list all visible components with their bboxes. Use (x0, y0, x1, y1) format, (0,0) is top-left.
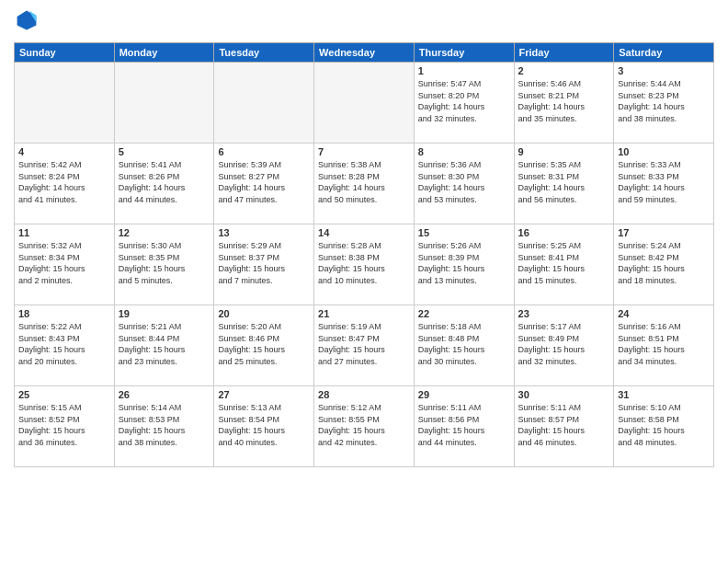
calendar-col-header: Saturday (614, 43, 714, 63)
day-number: 27 (218, 389, 310, 400)
calendar-cell: 31Sunrise: 5:10 AM Sunset: 8:58 PM Dayli… (614, 386, 714, 467)
calendar-cell: 21Sunrise: 5:19 AM Sunset: 8:47 PM Dayli… (314, 305, 415, 386)
calendar-cell: 12Sunrise: 5:30 AM Sunset: 8:35 PM Dayli… (114, 224, 214, 305)
logo-icon (16, 9, 38, 31)
day-number: 2 (518, 65, 610, 76)
day-number: 12 (119, 227, 210, 238)
calendar-week-row: 1Sunrise: 5:47 AM Sunset: 8:20 PM Daylig… (15, 63, 714, 144)
day-number: 25 (18, 389, 110, 400)
day-info: Sunrise: 5:30 AM Sunset: 8:35 PM Dayligh… (119, 240, 210, 286)
calendar-cell: 22Sunrise: 5:18 AM Sunset: 8:48 PM Dayli… (414, 305, 514, 386)
day-info: Sunrise: 5:14 AM Sunset: 8:53 PM Dayligh… (119, 402, 210, 448)
day-number: 4 (18, 146, 110, 157)
day-number: 22 (418, 308, 510, 319)
logo (14, 9, 38, 35)
calendar-cell (15, 63, 115, 144)
calendar-cell: 29Sunrise: 5:11 AM Sunset: 8:56 PM Dayli… (414, 386, 514, 467)
day-info: Sunrise: 5:46 AM Sunset: 8:21 PM Dayligh… (518, 78, 610, 124)
calendar-col-header: Tuesday (214, 43, 314, 63)
calendar-cell: 27Sunrise: 5:13 AM Sunset: 8:54 PM Dayli… (214, 386, 314, 467)
calendar-week-row: 18Sunrise: 5:22 AM Sunset: 8:43 PM Dayli… (15, 305, 714, 386)
day-info: Sunrise: 5:35 AM Sunset: 8:31 PM Dayligh… (518, 159, 610, 205)
calendar-week-row: 11Sunrise: 5:32 AM Sunset: 8:34 PM Dayli… (15, 224, 714, 305)
calendar-cell: 17Sunrise: 5:24 AM Sunset: 8:42 PM Dayli… (614, 224, 714, 305)
calendar-cell: 8Sunrise: 5:36 AM Sunset: 8:30 PM Daylig… (414, 144, 514, 224)
calendar-header-row: SundayMondayTuesdayWednesdayThursdayFrid… (15, 43, 714, 63)
day-info: Sunrise: 5:29 AM Sunset: 8:37 PM Dayligh… (218, 240, 310, 286)
day-number: 30 (518, 389, 610, 400)
day-info: Sunrise: 5:24 AM Sunset: 8:42 PM Dayligh… (618, 240, 710, 286)
calendar-cell: 26Sunrise: 5:14 AM Sunset: 8:53 PM Dayli… (114, 386, 214, 467)
day-number: 20 (218, 308, 310, 319)
day-number: 3 (618, 65, 710, 76)
day-number: 10 (618, 146, 710, 157)
calendar-cell: 15Sunrise: 5:26 AM Sunset: 8:39 PM Dayli… (414, 224, 514, 305)
day-info: Sunrise: 5:11 AM Sunset: 8:56 PM Dayligh… (418, 402, 510, 448)
calendar-cell: 10Sunrise: 5:33 AM Sunset: 8:33 PM Dayli… (614, 144, 714, 224)
calendar-cell (314, 63, 415, 144)
calendar-cell: 5Sunrise: 5:41 AM Sunset: 8:26 PM Daylig… (114, 144, 214, 224)
day-info: Sunrise: 5:16 AM Sunset: 8:51 PM Dayligh… (618, 321, 710, 367)
day-number: 24 (618, 308, 710, 319)
calendar-cell: 7Sunrise: 5:38 AM Sunset: 8:28 PM Daylig… (314, 144, 415, 224)
calendar-cell: 28Sunrise: 5:12 AM Sunset: 8:55 PM Dayli… (314, 386, 415, 467)
calendar-cell (114, 63, 214, 144)
day-info: Sunrise: 5:22 AM Sunset: 8:43 PM Dayligh… (18, 321, 110, 367)
day-number: 19 (119, 308, 210, 319)
day-info: Sunrise: 5:36 AM Sunset: 8:30 PM Dayligh… (418, 159, 510, 205)
calendar-col-header: Thursday (414, 43, 514, 63)
calendar-cell: 4Sunrise: 5:42 AM Sunset: 8:24 PM Daylig… (15, 144, 115, 224)
day-info: Sunrise: 5:41 AM Sunset: 8:26 PM Dayligh… (119, 159, 210, 205)
calendar-cell: 19Sunrise: 5:21 AM Sunset: 8:44 PM Dayli… (114, 305, 214, 386)
calendar-cell: 9Sunrise: 5:35 AM Sunset: 8:31 PM Daylig… (514, 144, 614, 224)
calendar-cell: 1Sunrise: 5:47 AM Sunset: 8:20 PM Daylig… (414, 63, 514, 144)
day-info: Sunrise: 5:32 AM Sunset: 8:34 PM Dayligh… (18, 240, 110, 286)
day-number: 26 (119, 389, 210, 400)
header (14, 9, 714, 35)
day-number: 8 (418, 146, 510, 157)
calendar-col-header: Wednesday (314, 43, 415, 63)
calendar-cell: 6Sunrise: 5:39 AM Sunset: 8:27 PM Daylig… (214, 144, 314, 224)
calendar-cell: 16Sunrise: 5:25 AM Sunset: 8:41 PM Dayli… (514, 224, 614, 305)
day-info: Sunrise: 5:20 AM Sunset: 8:46 PM Dayligh… (218, 321, 310, 367)
day-info: Sunrise: 5:38 AM Sunset: 8:28 PM Dayligh… (318, 159, 410, 205)
day-number: 9 (518, 146, 610, 157)
calendar-table: SundayMondayTuesdayWednesdayThursdayFrid… (14, 42, 714, 467)
calendar-col-header: Sunday (15, 43, 115, 63)
day-number: 14 (318, 227, 410, 238)
calendar-cell: 24Sunrise: 5:16 AM Sunset: 8:51 PM Dayli… (614, 305, 714, 386)
day-info: Sunrise: 5:15 AM Sunset: 8:52 PM Dayligh… (18, 402, 110, 448)
calendar-cell: 30Sunrise: 5:11 AM Sunset: 8:57 PM Dayli… (514, 386, 614, 467)
calendar-cell: 11Sunrise: 5:32 AM Sunset: 8:34 PM Dayli… (15, 224, 115, 305)
calendar-col-header: Monday (114, 43, 214, 63)
day-info: Sunrise: 5:13 AM Sunset: 8:54 PM Dayligh… (218, 402, 310, 448)
page: SundayMondayTuesdayWednesdayThursdayFrid… (0, 0, 728, 563)
day-info: Sunrise: 5:44 AM Sunset: 8:23 PM Dayligh… (618, 78, 710, 124)
day-info: Sunrise: 5:10 AM Sunset: 8:58 PM Dayligh… (618, 402, 710, 448)
calendar-col-header: Friday (514, 43, 614, 63)
calendar-cell (214, 63, 314, 144)
day-number: 1 (418, 65, 510, 76)
calendar-cell: 14Sunrise: 5:28 AM Sunset: 8:38 PM Dayli… (314, 224, 415, 305)
day-info: Sunrise: 5:18 AM Sunset: 8:48 PM Dayligh… (418, 321, 510, 367)
day-number: 13 (218, 227, 310, 238)
day-number: 17 (618, 227, 710, 238)
day-info: Sunrise: 5:42 AM Sunset: 8:24 PM Dayligh… (18, 159, 110, 205)
day-info: Sunrise: 5:19 AM Sunset: 8:47 PM Dayligh… (318, 321, 410, 367)
calendar-cell: 3Sunrise: 5:44 AM Sunset: 8:23 PM Daylig… (614, 63, 714, 144)
calendar-cell: 25Sunrise: 5:15 AM Sunset: 8:52 PM Dayli… (15, 386, 115, 467)
day-number: 31 (618, 389, 710, 400)
day-info: Sunrise: 5:28 AM Sunset: 8:38 PM Dayligh… (318, 240, 410, 286)
day-info: Sunrise: 5:21 AM Sunset: 8:44 PM Dayligh… (119, 321, 210, 367)
calendar-cell: 13Sunrise: 5:29 AM Sunset: 8:37 PM Dayli… (214, 224, 314, 305)
calendar-cell: 2Sunrise: 5:46 AM Sunset: 8:21 PM Daylig… (514, 63, 614, 144)
day-number: 11 (18, 227, 110, 238)
day-info: Sunrise: 5:17 AM Sunset: 8:49 PM Dayligh… (518, 321, 610, 367)
day-number: 18 (18, 308, 110, 319)
day-number: 15 (418, 227, 510, 238)
day-number: 28 (318, 389, 410, 400)
day-info: Sunrise: 5:12 AM Sunset: 8:55 PM Dayligh… (318, 402, 410, 448)
calendar-week-row: 25Sunrise: 5:15 AM Sunset: 8:52 PM Dayli… (15, 386, 714, 467)
day-info: Sunrise: 5:47 AM Sunset: 8:20 PM Dayligh… (418, 78, 510, 124)
day-number: 7 (318, 146, 410, 157)
